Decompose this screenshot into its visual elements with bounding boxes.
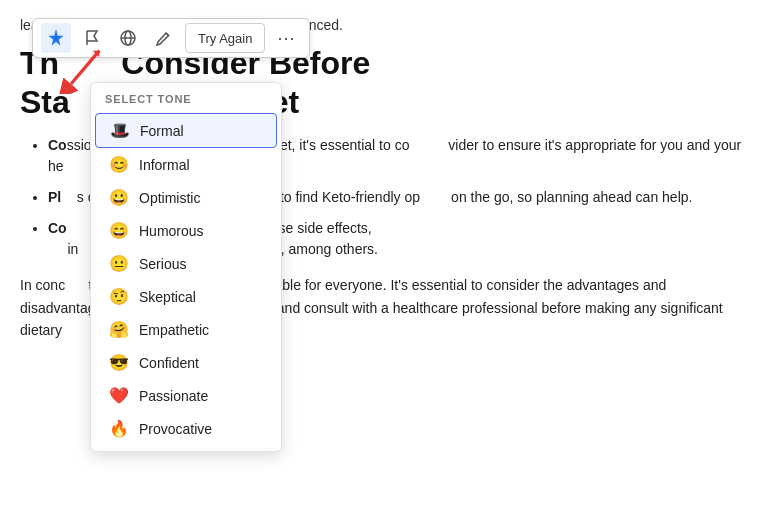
provocative-icon: 🔥 <box>109 419 129 438</box>
confident-label: Confident <box>139 355 199 371</box>
humorous-label: Humorous <box>139 223 204 239</box>
dropdown-title: SELECT TONE <box>91 89 281 113</box>
passionate-icon: ❤️ <box>109 386 129 405</box>
optimistic-label: Optimistic <box>139 190 200 206</box>
globe-button[interactable] <box>113 23 143 53</box>
skeptical-icon: 🤨 <box>109 287 129 306</box>
formal-icon: 🎩 <box>110 121 130 140</box>
optimistic-icon: 😀 <box>109 188 129 207</box>
tone-item-skeptical[interactable]: 🤨 Skeptical <box>95 280 277 313</box>
tone-item-optimistic[interactable]: 😀 Optimistic <box>95 181 277 214</box>
informal-icon: 😊 <box>109 155 129 174</box>
serious-label: Serious <box>139 256 186 272</box>
tone-item-empathetic[interactable]: 🤗 Empathetic <box>95 313 277 346</box>
tone-item-humorous[interactable]: 😄 Humorous <box>95 214 277 247</box>
informal-label: Informal <box>139 157 190 173</box>
passionate-label: Passionate <box>139 388 208 404</box>
tone-item-serious[interactable]: 😐 Serious <box>95 247 277 280</box>
formal-label: Formal <box>140 123 184 139</box>
more-button[interactable]: ⋯ <box>271 23 301 53</box>
empathetic-icon: 🤗 <box>109 320 129 339</box>
empathetic-label: Empathetic <box>139 322 209 338</box>
tone-item-passionate[interactable]: ❤️ Passionate <box>95 379 277 412</box>
tone-item-confident[interactable]: 😎 Confident <box>95 346 277 379</box>
svg-line-4 <box>71 51 99 84</box>
tone-item-provocative[interactable]: 🔥 Provocative <box>95 412 277 445</box>
skeptical-label: Skeptical <box>139 289 196 305</box>
tone-dropdown: SELECT TONE 🎩 Formal 😊 Informal 😀 Optimi… <box>90 82 282 452</box>
edit-button[interactable] <box>149 23 179 53</box>
humorous-icon: 😄 <box>109 221 129 240</box>
try-again-button[interactable]: Try Again <box>185 23 265 53</box>
tone-item-formal[interactable]: 🎩 Formal <box>95 113 277 148</box>
serious-icon: 😐 <box>109 254 129 273</box>
confident-icon: 😎 <box>109 353 129 372</box>
tone-item-informal[interactable]: 😊 Informal <box>95 148 277 181</box>
provocative-label: Provocative <box>139 421 212 437</box>
